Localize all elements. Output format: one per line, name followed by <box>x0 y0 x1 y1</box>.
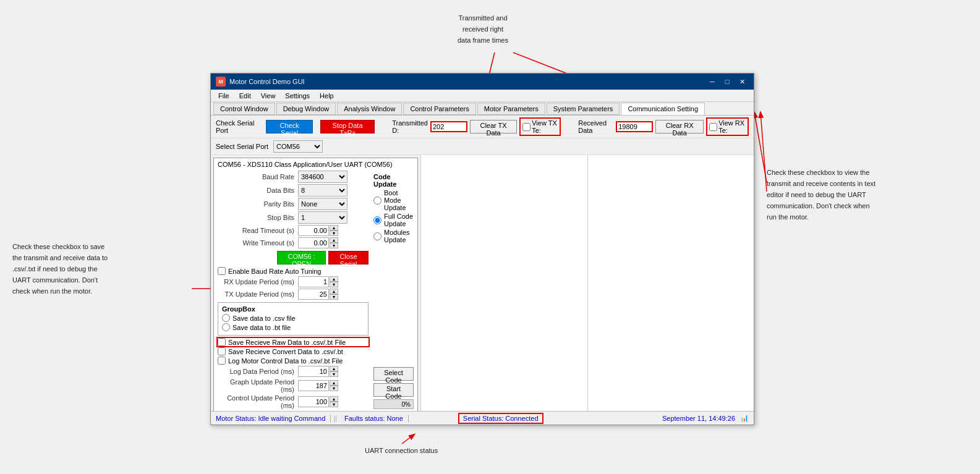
log-period-input[interactable] <box>298 366 329 377</box>
tab-control-parameters[interactable]: Control Parameters <box>403 103 475 115</box>
bottom-annotation: UART connection status <box>365 445 438 456</box>
status-time: September 11, 14:49:26 <box>662 415 735 422</box>
save-raw-checkbox[interactable] <box>218 338 226 346</box>
auto-tuning-checkbox[interactable] <box>218 267 226 275</box>
rx-section: Received Data Clear RX Data View RX Te: <box>578 117 749 136</box>
com-close-button[interactable]: Close Serial <box>328 251 369 265</box>
auto-tuning-label: Enable Baud Rate Auto Tuning <box>228 268 321 275</box>
graph-period-input[interactable] <box>298 380 329 391</box>
tx-update-spinner: ▲ ▼ <box>298 289 338 300</box>
com-open-button[interactable]: COM56 : OPEN <box>277 251 326 265</box>
tx-update-up[interactable]: ▲ <box>330 289 338 294</box>
rx-update-label: RX Update Period (ms) <box>218 278 298 286</box>
rx-update-input[interactable] <box>298 276 329 287</box>
graph-period-label: Graph Update Period (ms) <box>218 378 298 393</box>
clear-tx-button[interactable]: Clear TX Data <box>470 120 517 133</box>
parity-label: Parity Bits <box>218 200 298 208</box>
tx-update-label: TX Update Period (ms) <box>218 290 298 298</box>
tx-update-down[interactable]: ▼ <box>330 294 338 300</box>
save-convert-checkbox[interactable] <box>218 347 226 355</box>
select-code-button[interactable]: Select Code File ... <box>373 367 414 381</box>
tab-communication-setting[interactable]: Communication Setting <box>621 103 705 115</box>
log-motor-checkbox[interactable] <box>218 357 226 365</box>
radio-csv-input[interactable] <box>222 314 230 322</box>
read-timeout-up[interactable]: ▲ <box>330 225 338 231</box>
view-rx-label: View RX Te: <box>706 117 749 136</box>
save-convert-row: Save Recieve Convert Data to .csv/.bt <box>218 347 369 355</box>
write-timeout-down[interactable]: ▼ <box>330 243 338 248</box>
tx-update-input[interactable] <box>298 289 329 300</box>
titlebar-controls: ─ □ ✕ <box>705 76 749 87</box>
rx-update-down[interactable]: ▼ <box>330 282 338 287</box>
menu-settings[interactable]: Settings <box>280 91 315 101</box>
control-period-input[interactable] <box>298 396 329 407</box>
svg-line-3 <box>754 112 767 182</box>
tab-debug-window[interactable]: Debug Window <box>276 103 336 115</box>
log-period-up[interactable]: ▲ <box>330 366 338 371</box>
write-timeout-label: Write Timeout (s) <box>218 239 298 247</box>
graph-period-up[interactable]: ▲ <box>330 380 338 386</box>
tx-value-input[interactable] <box>430 121 467 132</box>
close-button[interactable]: ✕ <box>735 76 749 87</box>
log-period-down[interactable]: ▼ <box>330 371 338 377</box>
menu-view[interactable]: View <box>256 91 281 101</box>
check-serial-button[interactable]: Check Serial <box>266 120 312 133</box>
clear-rx-button[interactable]: Clear RX Data <box>655 120 704 133</box>
radio-modules-input[interactable] <box>373 232 381 240</box>
tab-analysis-window[interactable]: Analysis Window <box>337 103 402 115</box>
tab-control-window[interactable]: Control Window <box>213 103 275 115</box>
view-rx-checkbox[interactable] <box>709 123 717 131</box>
menubar: File Edit View Settings Help <box>211 90 754 102</box>
parity-row: Parity Bits None <box>218 198 369 210</box>
right-panel <box>421 155 754 411</box>
control-period-down[interactable]: ▼ <box>330 402 338 407</box>
read-timeout-spinner: ▲ ▼ <box>298 225 338 236</box>
read-timeout-down[interactable]: ▼ <box>330 231 338 236</box>
start-code-button[interactable]: Start Code Update <box>373 383 414 397</box>
menu-help[interactable]: Help <box>315 91 339 101</box>
stop-txrx-button[interactable]: Stop Data TxRx <box>320 120 375 133</box>
rx-update-up[interactable]: ▲ <box>330 276 338 282</box>
stop-bits-label: Stop Bits <box>218 214 298 221</box>
baud-rate-select[interactable]: 384600 <box>298 171 347 183</box>
control-period-up[interactable]: ▲ <box>330 396 338 402</box>
rx-update-btns: ▲ ▼ <box>330 276 338 287</box>
rxrx-panels <box>421 155 754 411</box>
app-icon: M <box>216 77 226 87</box>
tx-update-btns: ▲ ▼ <box>330 289 338 300</box>
radio-csv: Save data to .csv file <box>222 314 364 322</box>
rx-value-input[interactable] <box>616 121 653 132</box>
data-bits-select[interactable]: 8 <box>298 184 347 197</box>
window-title: Motor Control Demo GUI <box>229 78 705 85</box>
menu-edit[interactable]: Edit <box>234 91 256 101</box>
com-settings: Baud Rate 384600 Data Bits 8 <box>218 171 369 411</box>
stop-bits-select[interactable]: 1 <box>298 211 347 224</box>
write-timeout-spinner: ▲ ▼ <box>298 237 338 248</box>
rx-textarea[interactable] <box>588 155 754 411</box>
radio-full-input[interactable] <box>373 216 381 224</box>
radio-boot-input[interactable] <box>373 197 381 205</box>
log-period-row: Log Data Period (ms) ▲ ▼ <box>218 366 369 377</box>
read-timeout-input[interactable] <box>298 225 329 236</box>
log-period-spinner: ▲ ▼ <box>298 366 338 377</box>
port-select[interactable]: COM56 <box>273 140 323 153</box>
rx-label: Received Data <box>578 119 613 134</box>
tab-motor-parameters[interactable]: Motor Parameters <box>477 103 545 115</box>
select-port-label: Select Serial Port <box>216 143 268 150</box>
view-tx-checkbox[interactable] <box>522 123 530 131</box>
tab-system-parameters[interactable]: System Parameters <box>547 103 620 115</box>
minimize-button[interactable]: ─ <box>705 76 719 87</box>
maximize-button[interactable]: □ <box>720 76 734 87</box>
graph-period-btns: ▲ ▼ <box>330 380 338 391</box>
write-timeout-up[interactable]: ▲ <box>330 237 338 243</box>
read-timeout-btns: ▲ ▼ <box>330 225 338 236</box>
save-raw-label: Save Recieve Raw Data to .csv/.bt File <box>228 339 346 346</box>
progress-label: 0% <box>402 400 411 410</box>
graph-period-down[interactable]: ▼ <box>330 386 338 391</box>
write-timeout-input[interactable] <box>298 237 329 248</box>
tx-textarea[interactable] <box>421 155 587 411</box>
radio-bt-input[interactable] <box>222 323 230 331</box>
main-body: COM56 - XDS110 Class Application/User UA… <box>211 155 754 411</box>
menu-file[interactable]: File <box>213 91 234 101</box>
parity-select[interactable]: None <box>298 198 347 210</box>
